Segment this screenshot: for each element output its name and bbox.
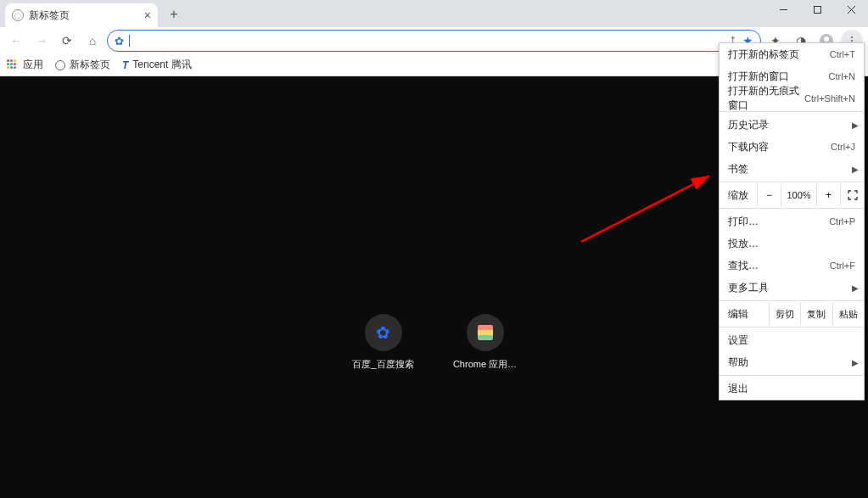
- menu-downloads[interactable]: 下载内容Ctrl+J: [720, 136, 864, 158]
- menu-settings[interactable]: 设置: [720, 329, 864, 351]
- chrome-menu: 打开新的标签页Ctrl+T 打开新的窗口Ctrl+N 打开新的无痕式窗口Ctrl…: [719, 42, 865, 400]
- tab-close-icon[interactable]: ×: [144, 8, 151, 22]
- fullscreen-button[interactable]: [840, 184, 864, 206]
- nav-home-button[interactable]: ⌂: [81, 30, 104, 52]
- chevron-right-icon: ▶: [852, 283, 859, 293]
- shortcut-baidu[interactable]: ✿ 百度_百度搜索: [350, 314, 417, 371]
- menu-cut[interactable]: 剪切: [769, 303, 800, 325]
- svg-rect-1: [814, 6, 820, 13]
- menu-incognito[interactable]: 打开新的无痕式窗口Ctrl+Shift+N: [720, 87, 864, 109]
- apps-grid-icon: [7, 59, 19, 71]
- bookmark-label: Tencent 腾讯: [132, 58, 191, 72]
- menu-help[interactable]: 帮助▶: [720, 351, 864, 373]
- chevron-right-icon: ▶: [852, 165, 859, 174]
- menu-history[interactable]: 历史记录▶: [720, 114, 864, 136]
- menu-bookmarks[interactable]: 书签▶: [720, 158, 864, 180]
- menu-zoom: 缩放 − 100% +: [720, 184, 864, 206]
- zoom-value: 100%: [781, 184, 816, 206]
- zoom-out-button[interactable]: −: [757, 184, 781, 206]
- menu-find[interactable]: 查找…Ctrl+F: [720, 255, 864, 277]
- shortcut-label: 百度_百度搜索: [352, 358, 413, 371]
- chrome-store-icon: [478, 325, 493, 340]
- shortcut-label: Chrome 应用…: [453, 358, 517, 371]
- nav-reload-button[interactable]: ⟳: [56, 30, 78, 52]
- menu-paste[interactable]: 粘贴: [832, 303, 864, 325]
- zoom-in-button[interactable]: +: [816, 184, 840, 206]
- menu-exit[interactable]: 退出: [720, 378, 864, 400]
- shortcut-chrome-store[interactable]: Chrome 应用…: [451, 314, 519, 371]
- baidu-icon: ✿: [376, 322, 390, 343]
- tencent-icon: T: [122, 59, 128, 71]
- new-tab-button[interactable]: +: [163, 3, 185, 25]
- window-close-button[interactable]: [834, 0, 868, 19]
- bookmark-label: 新标签页: [70, 58, 110, 72]
- globe-icon: ◌: [12, 9, 24, 21]
- site-info-icon[interactable]: ✿: [115, 35, 124, 48]
- menu-new-tab[interactable]: 打开新的标签页Ctrl+T: [720, 43, 864, 65]
- bookmarks-apps[interactable]: 应用: [7, 58, 43, 72]
- omnibox[interactable]: ✿ ⤴ ★: [107, 30, 761, 52]
- window-maximize-button[interactable]: [800, 0, 834, 19]
- svg-point-5: [824, 36, 829, 42]
- menu-print[interactable]: 打印…Ctrl+P: [720, 210, 864, 232]
- chevron-right-icon: ▶: [852, 120, 859, 130]
- chevron-right-icon: ▶: [852, 358, 859, 367]
- bookmark-item-newtab[interactable]: 新标签页: [55, 58, 110, 72]
- nav-forward-button[interactable]: →: [31, 30, 53, 52]
- menu-edit-row: 编辑 剪切 复制 粘贴: [720, 303, 864, 325]
- menu-cast[interactable]: 投放…: [720, 232, 864, 255]
- bookmarks-apps-label: 应用: [23, 58, 43, 72]
- zoom-label: 缩放: [728, 188, 757, 203]
- bookmark-item-tencent[interactable]: T Tencent 腾讯: [122, 58, 192, 72]
- menu-more-tools[interactable]: 更多工具▶: [720, 277, 864, 299]
- tabstrip: ◌ 新标签页 × +: [0, 0, 868, 27]
- edit-label: 编辑: [728, 307, 769, 322]
- menu-copy[interactable]: 复制: [800, 303, 832, 325]
- nav-back-button[interactable]: ←: [5, 30, 27, 52]
- globe-icon: [55, 60, 65, 70]
- address-input[interactable]: [130, 35, 725, 48]
- tab-title: 新标签页: [29, 8, 70, 23]
- tab-active[interactable]: ◌ 新标签页 ×: [5, 3, 158, 27]
- window-minimize-button[interactable]: [766, 0, 800, 19]
